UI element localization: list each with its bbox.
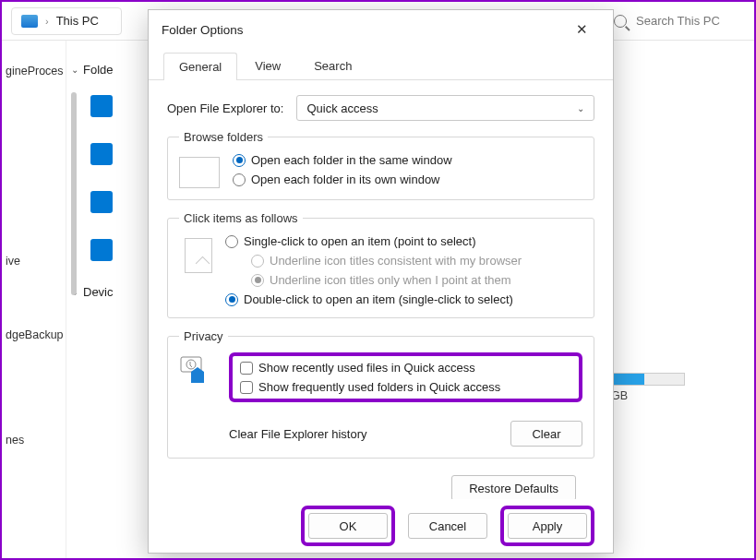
restore-defaults-button[interactable]: Restore Defaults (451, 475, 576, 499)
cancel-button[interactable]: Cancel (408, 513, 487, 539)
disk-free-text: GB (611, 389, 685, 402)
pc-icon (21, 15, 38, 28)
clear-button[interactable]: Clear (510, 421, 582, 447)
breadcrumb[interactable]: › This PC (11, 7, 122, 35)
highlight-annotation: Show recently used files in Quick access… (229, 352, 582, 402)
left-panel-strip: gineProces ive dgeBackup nes (2, 41, 66, 558)
highlight-annotation: Apply (500, 506, 594, 546)
privacy-icon (179, 354, 216, 386)
nav-devices-group[interactable]: ⌄ Devic (70, 281, 146, 303)
close-button[interactable]: ✕ (563, 15, 600, 44)
search-icon (614, 15, 627, 28)
radio-label: Open each folder in its own window (251, 173, 440, 186)
nav-label: Devic (83, 285, 114, 299)
tab-bar: General View Search (149, 49, 613, 80)
list-item[interactable]: ive (2, 249, 66, 273)
radio-label: Single-click to open an item (point to s… (244, 234, 475, 248)
dialog-titlebar: Folder Options ✕ (149, 10, 613, 49)
document-cursor-icon (185, 238, 212, 273)
radio-same-window[interactable]: Open each folder in the same window (233, 153, 582, 167)
nav-folders-group[interactable]: ⌄ Folde (70, 59, 146, 80)
radio-icon (225, 293, 238, 306)
radio-underline-browser: Underline icon titles consistent with my… (225, 254, 582, 268)
folder-tile-icon[interactable] (90, 95, 113, 117)
close-icon: ✕ (576, 21, 588, 38)
nav-label: Folde (83, 63, 114, 77)
tab-search[interactable]: Search (298, 52, 367, 79)
search-placeholder: Search This PC (636, 14, 720, 28)
radio-icon (251, 274, 264, 287)
radio-label: Double-click to open an item (single-cli… (244, 292, 513, 306)
radio-icon (233, 173, 246, 186)
chevron-right-icon: › (45, 16, 49, 27)
tab-view[interactable]: View (239, 52, 296, 79)
folder-tile-icon[interactable] (90, 191, 113, 213)
checkbox-icon (240, 381, 253, 394)
group-legend: Click items as follows (179, 211, 303, 225)
tab-general[interactable]: General (163, 53, 237, 80)
list-item[interactable]: gineProces (2, 59, 66, 83)
checkbox-icon (240, 362, 253, 375)
checkbox-label: Show recently used files in Quick access (258, 361, 475, 375)
ok-button[interactable]: OK (308, 513, 388, 539)
breadcrumb-text: This PC (56, 14, 99, 28)
click-items-group: Click items as follows Single-click to o… (167, 211, 594, 318)
dialog-footer: OK Cancel Apply (149, 499, 613, 553)
group-legend: Browse folders (179, 130, 268, 144)
checkbox-recent-files[interactable]: Show recently used files in Quick access (240, 361, 571, 375)
radio-icon (233, 154, 246, 167)
folder-tile-icon[interactable] (90, 239, 113, 261)
radio-single-click[interactable]: Single-click to open an item (point to s… (225, 234, 582, 248)
chevron-down-icon: ⌄ (70, 65, 79, 75)
window-icon (179, 157, 220, 188)
radio-underline-point: Underline icon titles only when I point … (225, 273, 582, 287)
open-to-label: Open File Explorer to: (167, 101, 283, 115)
combobox-value: Quick access (306, 101, 378, 115)
folder-tile-icon[interactable] (90, 143, 113, 165)
disk-usage-bar (611, 373, 685, 386)
privacy-group: Privacy Show recently used files in Quic… (167, 329, 594, 459)
checkbox-label: Show frequently used folders in Quick ac… (258, 380, 500, 394)
list-item[interactable]: nes (2, 428, 66, 452)
list-item[interactable]: dgeBackup (2, 323, 66, 347)
group-legend: Privacy (179, 329, 228, 343)
radio-label: Underline icon titles only when I point … (270, 273, 511, 287)
radio-label: Open each folder in the same window (251, 153, 452, 167)
browse-folders-group: Browse folders Open each folder in the s… (167, 130, 594, 200)
dialog-title: Folder Options (162, 23, 244, 37)
apply-button[interactable]: Apply (508, 513, 587, 539)
radio-icon (225, 235, 238, 248)
chevron-down-icon: ⌄ (577, 103, 584, 113)
folder-options-dialog: Folder Options ✕ General View Search Ope… (148, 9, 614, 554)
open-to-combobox[interactable]: Quick access ⌄ (296, 95, 594, 121)
radio-label: Underline icon titles consistent with my… (270, 254, 522, 268)
disk-item[interactable]: GB (611, 373, 685, 402)
radio-own-window[interactable]: Open each folder in its own window (233, 173, 582, 186)
clear-history-label: Clear File Explorer history (229, 427, 367, 441)
highlight-annotation: OK (301, 506, 395, 546)
checkbox-frequent-folders[interactable]: Show frequently used folders in Quick ac… (240, 380, 571, 394)
radio-double-click[interactable]: Double-click to open an item (single-cli… (225, 292, 582, 306)
navigation-pane: ⌄ Folde ⌄ Devic (66, 41, 150, 558)
radio-icon (251, 255, 264, 268)
scrollbar[interactable] (71, 92, 77, 295)
